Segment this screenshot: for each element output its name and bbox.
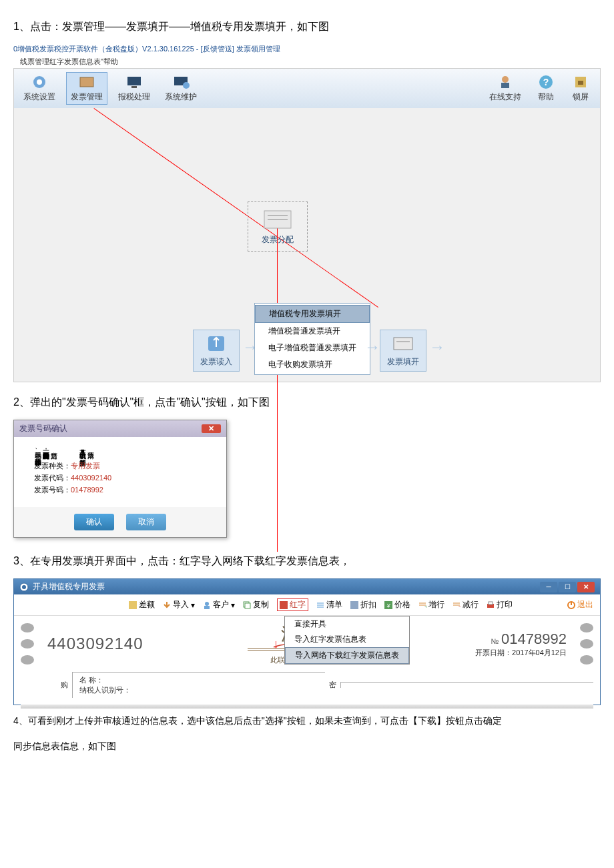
arrow-icon-2: → [364,338,380,356]
svg-rect-3 [127,77,141,85]
print-icon [487,601,495,609]
msg-col1: 在显示码、代码印操作开本张 [34,447,41,454]
hole-dot [21,655,34,665]
invoice-alloc-box[interactable]: 发票分配 [248,201,308,252]
price-label: 价格 [394,599,410,610]
window-controls: ─ ☐ ✕ [540,582,595,592]
list-button[interactable]: 清单 [316,599,342,610]
invoice-date: 开票日期：2017年04月12日 [420,648,567,658]
red-annotation-line-2 [277,218,278,552]
cust-tax-label: 纳税人识别号： [79,686,131,694]
invoice-window: 开具增值税专用发票 ─ ☐ ✕ 差额 导入 ▾ 客户 ▾ 复制 红字 清单 折扣… [13,578,601,705]
svg-rect-21 [129,601,137,609]
minimize-button[interactable]: ─ [540,582,557,592]
copy-label: 复制 [253,599,269,610]
monitor-icon [124,74,144,90]
cust-label: 客户 [213,599,229,610]
svg-rect-2 [80,77,93,87]
alloc-icon [261,207,294,232]
invoice-window-titlebar: 开具增值税专用发票 ─ ☐ ✕ [14,579,600,594]
svg-point-7 [502,76,509,83]
step1-heading: 1、点击：发票管理——发票填开——增值税专用发票填开，如下图 [13,20,601,34]
kind-label: 发票种类： [34,462,71,470]
red-dropdown-menu: 直接开具 导入红字发票信息表 导入网络下载红字发票信息表 [284,616,410,665]
svg-rect-30 [350,601,358,609]
invoice-read-box[interactable]: 发票读入 [193,330,240,372]
svg-rect-40 [489,602,493,604]
print-button[interactable]: 打印 [487,599,513,610]
svg-point-22 [205,602,209,606]
exit-label: 退出 [577,599,593,610]
menu-vat-special[interactable]: 增值税专用发票填开 [255,305,370,323]
delrow-button[interactable]: −减行 [452,599,479,610]
exit-button[interactable]: 退出 [567,599,593,610]
svg-rect-8 [501,83,509,88]
price-button[interactable]: ¥价格 [384,599,410,610]
menu-e-vat-general[interactable]: 电子增值税普通发票填开 [255,340,370,356]
inv-mgmt-label: 发票管理 [71,91,103,103]
dialog-buttons: 确认 取消 [14,507,226,537]
cancel-button[interactable]: 取消 [126,514,166,530]
red-label: 红字 [290,599,306,610]
customer-button[interactable]: 客户 ▾ [203,599,235,610]
gap [58,447,78,454]
import-label: 导入 [173,599,189,610]
import-button[interactable]: 导入 ▾ [163,599,195,610]
close-icon[interactable]: ✕ [202,424,221,433]
menu-import-red[interactable]: 导入红字发票信息表 [285,632,409,647]
copy-button[interactable]: 复制 [243,599,269,610]
diff-button[interactable]: 差额 [129,599,155,610]
sys-maint-button[interactable]: 系统维护 [161,73,201,104]
fill-label: 发票填开 [387,356,419,368]
tax-label: 报税处理 [118,91,150,103]
online-support-button[interactable]: 在线支持 [485,73,525,104]
mi-label: 密 [329,680,336,690]
discount-button[interactable]: 折扣 [350,599,376,610]
step4b-heading: 同步信息表信息，如下图 [13,741,601,753]
kind-value: 专用发票 [71,462,100,470]
sys-label: 系统设置 [23,91,55,103]
copy-icon [243,601,251,609]
menu-vat-general[interactable]: 增值税普通发票填开 [255,323,370,340]
dialog-body: 在显示码、代码印操作开本张 的为将要开具的认真号核对装入与发票知码是否一致， 打… [14,437,226,507]
maximize-button[interactable]: ☐ [559,582,576,592]
app-title-bar: 0增值税发票税控开票软件（金税盘版）V2.1.30.161225 - [反馈管送… [13,44,601,54]
menu-e-purchase[interactable]: 电子收购发票填开 [255,356,370,373]
invoice-body: 直接开具 导入红字发票信息表 导入网络下载红字发票信息表 ↓ 440309214… [14,616,600,705]
invoice-fill-box[interactable]: 发票填开 [380,330,426,372]
red-button[interactable]: 红字 [277,598,308,611]
online-label: 在线支持 [489,91,521,103]
discount-icon [350,601,358,609]
read-label: 发票读入 [200,356,232,368]
maint-icon [171,74,191,90]
num-value: 01478992 [71,486,103,494]
dialog-titlebar: 发票号码确认 ✕ [14,420,226,437]
invoice-icon [77,74,97,90]
lock-button[interactable]: 锁屏 [567,73,595,104]
dialog-message: 在显示码、代码印操作开本张 的为将要开具的认真号核对装入与发票知码是否一致， 打… [34,447,206,454]
sys-settings-button[interactable]: 系统设置 [19,73,59,104]
main-toolbar: 系统设置 发票管理 报税处理 系统维护 在线支持 ? 帮助 锁屏 [14,69,600,108]
step4-heading: 4、可看到刚才上传并审核通过的信息表，选中该信息后点击"选择"按钮，如果未查询到… [13,715,601,727]
hole-dot [580,639,593,648]
confirm-button[interactable]: 确认 [74,514,114,530]
svg-text:?: ? [543,77,549,87]
menu-import-net-red[interactable]: 导入网络下载红字发票信息表 [285,647,409,664]
fill-icon [391,334,415,354]
svg-text:+: + [424,604,426,609]
gou-label: 购 [61,680,68,690]
help-label: 帮助 [538,91,554,103]
svg-point-6 [183,82,190,89]
app-icon [19,582,29,592]
addrow-button[interactable]: +增行 [418,599,444,610]
help-button[interactable]: ? 帮助 [532,73,560,104]
price-icon: ¥ [384,601,392,609]
addrow-icon: + [418,601,426,609]
svg-point-1 [37,79,42,85]
svg-rect-12 [578,81,583,85]
invoice-mgmt-button[interactable]: 发票管理 [66,72,107,105]
customer-icon [203,601,211,609]
close-button[interactable]: ✕ [577,582,595,592]
tax-process-button[interactable]: 报税处理 [114,73,154,104]
menu-direct[interactable]: 直接开具 [285,616,409,632]
